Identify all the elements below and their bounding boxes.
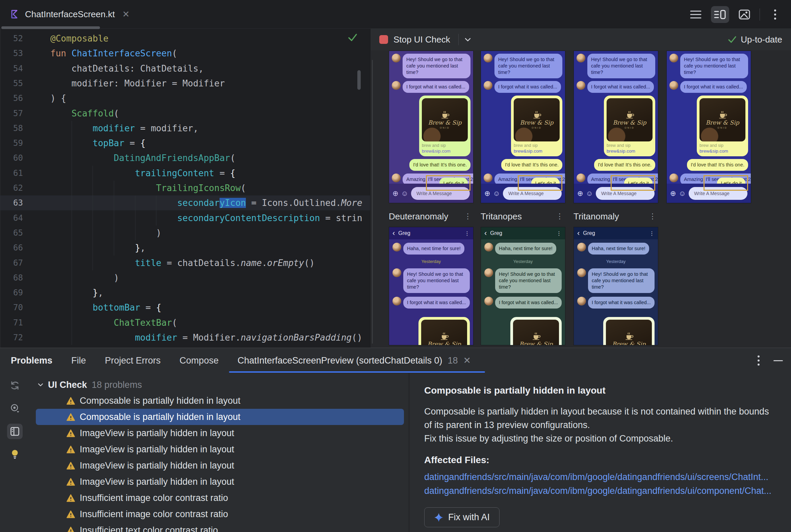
preview-scrollbar[interactable] xyxy=(372,60,373,344)
editor-kebab-menu[interactable] xyxy=(766,6,784,23)
preview-variant-name: Tritanopes xyxy=(481,211,522,222)
preview-kebab-menu[interactable]: ⋮ xyxy=(556,212,565,221)
preview-canvas[interactable]: Hey! Should we go to that cafe you menti… xyxy=(370,50,791,348)
card-site-name: brew and sip xyxy=(699,143,746,148)
card-logo-text: Brew & Sip xyxy=(613,119,646,126)
link-preview-card: Brew & SipONIDbrew and sipbrew&sip.com xyxy=(510,317,562,345)
tab-close-icon[interactable]: ✕ xyxy=(463,355,471,366)
editor-tab[interactable]: ChatInterfaceScreen.kt ✕ xyxy=(0,0,140,28)
preview-phone[interactable]: ‹Greg⋮Haha, next time for sure!Yesterday… xyxy=(481,227,565,345)
inspections-ok-icon[interactable] xyxy=(347,33,358,42)
coffee-cup-icon xyxy=(625,111,634,118)
preview-kebab-menu[interactable]: ⋮ xyxy=(464,212,474,221)
card-site-name: brew and sip xyxy=(422,143,468,148)
messages-area: Haha, next time for sure!YesterdayHey! S… xyxy=(481,239,565,345)
problem-item[interactable]: Composable is partially hidden in layout xyxy=(36,409,404,425)
affected-file-link[interactable]: datingandfriends/src/main/java/com/ibm/g… xyxy=(424,484,776,498)
problem-item[interactable]: ImageView is partially hidden in layout xyxy=(30,425,409,441)
problem-item[interactable]: ImageView is partially hidden in layout xyxy=(30,457,409,474)
tab-project-errors[interactable]: Project Errors xyxy=(105,356,161,366)
chat-app-bar: ‹Greg⋮ xyxy=(574,227,658,239)
problems-group-header[interactable]: UI Check 18 problems xyxy=(30,377,409,393)
preview-toolbar: Stop UI Check Up-to-date xyxy=(370,29,791,50)
preview-variant-name: Tritanomaly xyxy=(573,211,619,222)
message-bubble: Hey! Should we go to that cafe you menti… xyxy=(494,54,562,78)
details-view-icon[interactable] xyxy=(7,424,23,439)
warning-icon xyxy=(66,526,75,532)
problem-text: ImageView is partially hidden in layout xyxy=(80,444,234,455)
card-logo-subtext: ONID xyxy=(532,127,542,129)
editor[interactable]: 5253545556575859606162636465666768697071… xyxy=(0,29,370,348)
add-icon: ⊕ xyxy=(392,190,399,197)
refresh-icon[interactable] xyxy=(7,378,23,393)
problems-kebab-menu[interactable] xyxy=(757,355,760,366)
problem-item[interactable]: Insufficient image color contrast ratio xyxy=(30,506,409,522)
affected-file-link[interactable]: datingandfriends/src/main/java/com/ibm/g… xyxy=(424,470,776,484)
emoji-icon: ☺ xyxy=(401,190,408,197)
problem-item[interactable]: Insufficient image color contrast ratio xyxy=(30,490,409,506)
messages-area: Haha, next time for sure!YesterdayHey! S… xyxy=(574,239,658,345)
preview-phone[interactable]: Hey! Should we go to that cafe you menti… xyxy=(666,51,751,203)
kotlin-file-icon xyxy=(10,10,20,19)
preview-phone[interactable]: ‹Greg⋮Haha, next time for sure!Yesterday… xyxy=(389,227,474,345)
problem-item[interactable]: ImageView is partially hidden in layout xyxy=(30,474,409,490)
editor-vertical-scrollbar[interactable] xyxy=(357,70,361,90)
stop-ui-check-button[interactable]: Stop UI Check xyxy=(393,34,450,45)
tab-ui-check-preview[interactable]: ChatInterfaceScreenPreview (sortedChatDe… xyxy=(237,355,471,366)
tab-compose[interactable]: Compose xyxy=(180,356,219,366)
problem-item[interactable]: Composable is partially hidden in layout xyxy=(30,393,409,409)
ui-check-warning-box xyxy=(611,175,655,191)
card-logo-text: Brew & Sip xyxy=(519,341,553,346)
tab-file[interactable]: File xyxy=(71,356,86,366)
split-view-button[interactable] xyxy=(711,6,729,23)
line-number: 61 xyxy=(0,166,36,180)
preview-phone[interactable]: ‹Greg⋮Haha, next time for sure!Yesterday… xyxy=(573,227,658,345)
problem-text: ImageView is partially hidden in layout xyxy=(80,460,234,471)
chat-kebab-icon: ⋮ xyxy=(556,230,562,236)
code-line: modifier: Modifier = Modifier xyxy=(50,76,225,91)
view-options-eye-icon[interactable] xyxy=(7,401,23,416)
design-view-button[interactable] xyxy=(735,6,754,23)
problem-text: Composable is partially hidden in layout xyxy=(80,396,240,406)
fix-with-ai-button[interactable]: Fix with AI xyxy=(424,507,499,527)
preview-phone[interactable]: Hey! Should we go to that cafe you menti… xyxy=(573,51,658,203)
problem-item[interactable]: ImageView is partially hidden in layout xyxy=(30,441,409,457)
card-logo-text: Brew & Sip xyxy=(428,119,461,126)
warning-icon xyxy=(66,413,75,421)
link-preview-card: Brew & SipONIDbrew and sipbrew&sip.com xyxy=(419,317,470,345)
day-separator: Yesterday xyxy=(577,259,655,264)
emoji-icon: ☺ xyxy=(586,190,593,197)
message-bubble: Haha, next time for sure! xyxy=(588,243,649,254)
line-number: 53 xyxy=(0,46,36,61)
message-bubble: Hey! Should we go to that cafe you menti… xyxy=(587,54,655,78)
problem-item[interactable]: Insufficient text color contrast ratio xyxy=(30,522,409,532)
problems-tool-strip xyxy=(0,373,30,532)
code-line: onAddClick = {} xyxy=(50,345,214,348)
avatar xyxy=(392,54,401,62)
line-number: 66 xyxy=(0,240,36,255)
card-logo-text: Brew & Sip xyxy=(427,341,461,346)
code-line: TrailingIconsRow( xyxy=(50,180,246,195)
incoming-message: Hey! Should we go to that cafe you menti… xyxy=(577,268,655,293)
message-bubble: I forgot what it was called... xyxy=(403,81,469,93)
coffee-cup-icon xyxy=(624,332,634,340)
line-number: 72 xyxy=(0,330,36,345)
minimize-icon[interactable] xyxy=(773,360,783,361)
chevron-down-icon[interactable] xyxy=(464,37,472,42)
card-logo-text: Brew & Sip xyxy=(705,119,739,126)
code-line: }, xyxy=(50,285,103,300)
incoming-message: Hey! Should we go to that cafe you menti… xyxy=(484,54,562,78)
preview-phone[interactable]: Hey! Should we go to that cafe you menti… xyxy=(389,51,474,203)
coffee-cup-icon xyxy=(717,111,728,118)
incoming-message: I forgot what it was called... xyxy=(669,81,748,93)
preview-phone[interactable]: Hey! Should we go to that cafe you menti… xyxy=(481,51,565,203)
code-view-button[interactable] xyxy=(687,6,705,23)
preview-label: Deuteranomaly⋮ xyxy=(389,209,474,224)
problem-text: Insufficient text color contrast ratio xyxy=(80,525,218,532)
lightbulb-icon[interactable] xyxy=(7,446,23,462)
tab-close-icon[interactable]: ✕ xyxy=(122,9,130,20)
card-logo-subtext: ONID xyxy=(440,127,450,129)
editor-horizontal-scrollbar[interactable] xyxy=(1,26,100,29)
preview-kebab-menu[interactable]: ⋮ xyxy=(649,212,658,221)
code-line: }, xyxy=(50,240,146,255)
